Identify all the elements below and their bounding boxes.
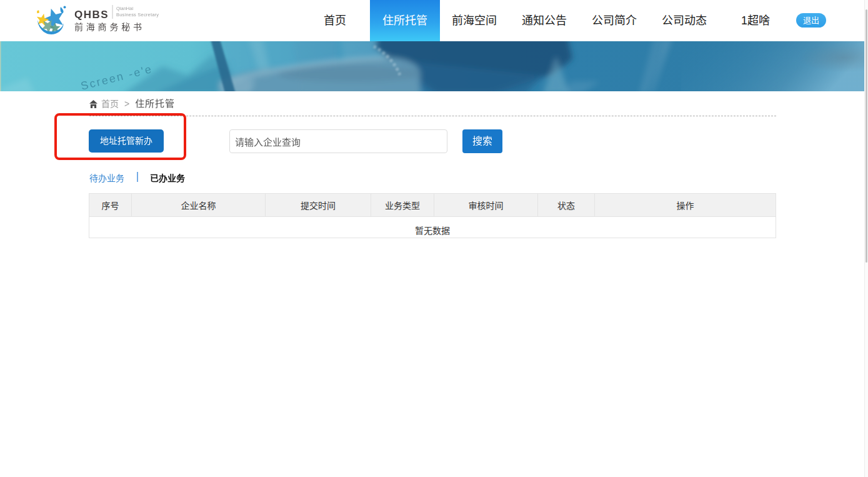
svg-text:前海商务秘书: 前海商务秘书	[74, 22, 145, 32]
svg-text:QHBS: QHBS	[74, 9, 109, 21]
svg-text:QianHai: QianHai	[116, 6, 133, 11]
svg-text:Business Secretary: Business Secretary	[116, 12, 159, 18]
